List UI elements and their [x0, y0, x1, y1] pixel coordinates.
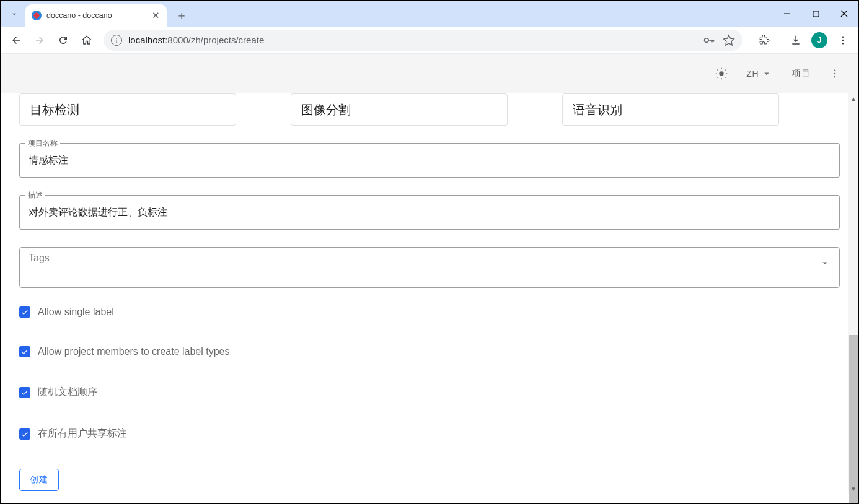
- browser-menu-icon[interactable]: [832, 30, 853, 51]
- site-info-icon[interactable]: i: [111, 35, 122, 46]
- create-button[interactable]: 创建: [19, 469, 59, 491]
- project-name-label: 项目名称: [25, 138, 60, 149]
- forward-button[interactable]: [29, 30, 50, 51]
- svg-line-17: [725, 77, 726, 77]
- favicon-icon: [32, 11, 42, 20]
- type-card-speech-recognition[interactable]: 语音识别: [562, 93, 779, 126]
- project-name-input[interactable]: [19, 143, 840, 178]
- checkbox-share-annotations[interactable]: 在所有用户共享标注: [19, 427, 840, 440]
- tabs-dropdown-button[interactable]: [6, 6, 23, 23]
- app-menu-icon[interactable]: [822, 61, 847, 86]
- svg-point-20: [834, 69, 836, 71]
- svg-point-11: [720, 71, 724, 76]
- reload-button[interactable]: [53, 30, 74, 51]
- bookmark-star-icon[interactable]: [723, 34, 735, 46]
- project-name-field-wrap: 项目名称: [19, 143, 840, 178]
- svg-point-22: [834, 76, 836, 77]
- scroll-up-button[interactable]: ▲: [848, 93, 858, 103]
- checkbox-allow-single-label[interactable]: Allow single label: [19, 306, 840, 318]
- svg-line-19: [725, 69, 726, 70]
- scrollbar-track[interactable]: ▲ ▼: [848, 93, 858, 493]
- app-area: ZH 项目 目标检测 图像分割 语音识别: [1, 54, 858, 503]
- checkbox-icon: [19, 387, 30, 398]
- url-bar[interactable]: i localhost:8000/zh/projects/create: [104, 30, 742, 51]
- language-dropdown[interactable]: ZH: [739, 63, 780, 85]
- project-desc-input[interactable]: [19, 195, 840, 230]
- project-desc-field-wrap: 描述: [19, 195, 840, 230]
- checkbox-icon: [19, 306, 30, 318]
- checkbox-label: 随机文档顺序: [38, 386, 97, 399]
- back-button[interactable]: [6, 30, 27, 51]
- svg-point-10: [842, 42, 844, 44]
- toolbar-divider: [780, 33, 780, 47]
- svg-line-16: [718, 69, 718, 70]
- checkbox-label: Allow project members to create label ty…: [38, 346, 229, 357]
- svg-point-9: [842, 39, 844, 41]
- svg-point-8: [842, 36, 844, 38]
- checkbox-icon: [19, 346, 30, 357]
- tags-field-wrap: Tags: [19, 247, 840, 288]
- password-key-icon[interactable]: [703, 34, 715, 46]
- scrollbar-thumb[interactable]: [849, 335, 858, 503]
- svg-point-4: [705, 38, 709, 42]
- checkbox-random-doc-order[interactable]: 随机文档顺序: [19, 386, 840, 399]
- downloads-icon[interactable]: [785, 30, 806, 51]
- checkbox-label: Allow single label: [38, 306, 114, 318]
- content: 目标检测 图像分割 语音识别 项目名称 描述: [1, 93, 858, 503]
- checkbox-allow-members-create-labels[interactable]: Allow project members to create label ty…: [19, 346, 840, 357]
- tab-title: doccano - doccano: [46, 11, 151, 20]
- url-text: localhost:8000/zh/projects/create: [128, 35, 703, 45]
- extensions-icon[interactable]: [754, 30, 775, 51]
- type-card-image-segmentation[interactable]: 图像分割: [291, 93, 508, 126]
- app-header: ZH 项目: [1, 54, 858, 93]
- project-type-row: 目标检测 图像分割 语音识别: [19, 93, 840, 126]
- home-button[interactable]: [76, 30, 97, 51]
- checkbox-label: 在所有用户共享标注: [38, 427, 127, 440]
- minimize-button[interactable]: [773, 1, 801, 27]
- project-desc-label: 描述: [25, 190, 45, 201]
- projects-link[interactable]: 项目: [785, 63, 817, 85]
- tab-bar: doccano - doccano ✕ ＋: [1, 1, 858, 27]
- browser-tab[interactable]: doccano - doccano ✕: [25, 4, 167, 27]
- svg-rect-1: [813, 11, 819, 17]
- profile-avatar[interactable]: J: [809, 30, 830, 51]
- toolbar-right: J: [749, 30, 853, 51]
- tags-select[interactable]: Tags: [19, 247, 840, 288]
- close-icon[interactable]: ✕: [151, 11, 161, 20]
- address-bar: i localhost:8000/zh/projects/create: [1, 27, 858, 54]
- tags-placeholder: Tags: [29, 253, 50, 264]
- chevron-down-icon: [819, 258, 830, 269]
- maximize-button[interactable]: [801, 1, 830, 27]
- type-card-object-detection[interactable]: 目标检测: [19, 93, 236, 126]
- chevron-down-icon: [761, 68, 772, 79]
- checkbox-icon: [19, 428, 30, 440]
- scroll-down-button[interactable]: ▼: [848, 484, 858, 493]
- svg-line-18: [718, 77, 718, 77]
- new-tab-button[interactable]: ＋: [173, 7, 190, 24]
- language-label: ZH: [746, 69, 759, 79]
- window-controls: [773, 1, 858, 27]
- close-window-button[interactable]: [830, 1, 858, 27]
- svg-point-21: [834, 72, 836, 74]
- theme-toggle-icon[interactable]: [709, 61, 734, 86]
